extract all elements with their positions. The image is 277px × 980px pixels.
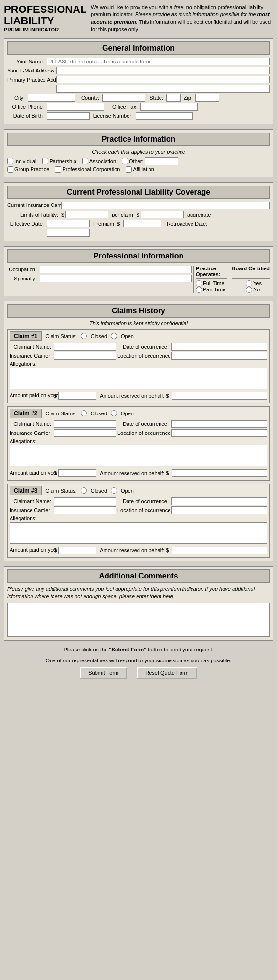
comments-textarea[interactable] [7, 603, 270, 637]
claim2-open-radio[interactable] [111, 410, 117, 416]
claim2-location-input[interactable] [171, 429, 267, 437]
claim1-date-input[interactable] [171, 343, 267, 351]
claim3-location-label: Location of occurrence: [117, 507, 170, 513]
claim2-carrier-input[interactable] [54, 429, 116, 437]
address-input-2[interactable] [56, 85, 270, 93]
claim-1-header: Claim #1 Claim Status: Closed Open [10, 331, 267, 341]
occupation-input[interactable] [40, 266, 192, 273]
office-phone-input[interactable] [47, 103, 104, 111]
group-practice-checkbox[interactable] [7, 166, 13, 173]
effective-date-input[interactable] [47, 220, 90, 227]
office-fax-label: Office Fax: [106, 104, 139, 110]
state-input[interactable] [166, 94, 181, 102]
zip-input[interactable] [195, 94, 219, 102]
claim2-amounts-row: Amount paid on your behalf: $ Amount res… [10, 469, 267, 477]
other-checkbox[interactable] [122, 158, 128, 164]
limits-label: Limits of liability: [7, 212, 60, 217]
partnership-checkbox[interactable] [42, 158, 48, 164]
limits-aggregate-input[interactable] [141, 211, 184, 218]
claim1-carrier-input[interactable] [54, 352, 116, 360]
yes-radio[interactable] [246, 280, 252, 287]
claim2-amount-reserved-input[interactable] [172, 469, 267, 477]
claim1-carrier-label: Insurance Carrier: [10, 353, 53, 359]
claim3-amount-reserved-label: Amount reserved on behalf: $ [98, 547, 170, 553]
claim3-carrier-input[interactable] [54, 506, 116, 514]
practice-operates-label: Practice Operates: [196, 266, 227, 279]
claim3-open-radio[interactable] [111, 487, 117, 494]
part-time-radio[interactable] [196, 287, 202, 293]
claim1-amount-reserved-label: Amount reserved on behalf: $ [98, 393, 170, 399]
county-input[interactable] [102, 94, 145, 102]
professional-info-title: Professional Information [7, 249, 270, 263]
affiliation-checkbox[interactable] [126, 166, 132, 173]
claim3-location-input[interactable] [171, 506, 267, 514]
claim2-date-input[interactable] [171, 420, 267, 428]
professional-left: Occupation: Specialty: [7, 266, 192, 293]
office-fax-input[interactable] [140, 103, 198, 111]
claim2-allegations-textarea[interactable] [10, 445, 267, 466]
claim2-amount-paid-input[interactable] [58, 469, 96, 477]
claim3-allegations-textarea[interactable] [10, 522, 267, 544]
main-title-line2: LIABILITY [4, 15, 85, 27]
claim2-claimant-input[interactable] [54, 420, 116, 428]
carrier-input[interactable] [61, 202, 270, 209]
other-text-input[interactable] [145, 157, 178, 165]
claim1-amount-reserved-input[interactable] [172, 392, 267, 400]
checkbox-other: Other: [122, 157, 178, 165]
claim3-amounts-row: Amount paid on your behalf: $ Amount res… [10, 547, 267, 554]
claim1-amount-paid-input[interactable] [58, 392, 96, 400]
individual-checkbox[interactable] [7, 158, 13, 164]
city-input[interactable] [28, 94, 75, 102]
retroactive-input[interactable] [47, 229, 90, 237]
claim1-carrier-row: Insurance Carrier: Location of occurrenc… [10, 352, 267, 360]
main-subtitle: PREMIUM INDICATOR [4, 27, 85, 32]
comments-description: Please give any additional comments you … [7, 586, 270, 600]
professional-corp-checkbox[interactable] [55, 166, 61, 173]
claims-history-section: Claims History This information is kept … [4, 301, 273, 561]
claim3-closed-radio[interactable] [81, 487, 87, 494]
specialty-input[interactable] [40, 275, 192, 282]
address-input-1[interactable] [56, 76, 270, 83]
no-radio[interactable] [246, 287, 252, 293]
claim1-location-input[interactable] [171, 352, 267, 360]
premium-input[interactable] [123, 220, 161, 227]
association-checkbox[interactable] [82, 158, 88, 164]
address-row2 [7, 85, 270, 93]
license-input[interactable] [136, 112, 193, 120]
specialty-row: Specialty: [7, 275, 192, 282]
comments-title: Additional Comments [7, 569, 270, 583]
full-time-radio[interactable] [196, 280, 202, 287]
claim3-carrier-row: Insurance Carrier: Location of occurrenc… [10, 506, 267, 514]
claim3-date-input[interactable] [171, 497, 267, 505]
main-title-line1: PROFESSIONAL [4, 4, 85, 15]
limits-per-claim-input[interactable] [65, 211, 108, 218]
aggregate-label: aggregate [185, 212, 213, 217]
claim2-closed-radio[interactable] [81, 410, 87, 416]
per-claim-label: per claim [110, 212, 135, 217]
claim2-amount-paid-label: Amount paid on your behalf: [10, 469, 53, 476]
reset-button[interactable]: Reset Quote Form [137, 667, 197, 679]
claim3-claimant-input[interactable] [54, 497, 116, 505]
office-phone-label: Office Phone: [7, 104, 45, 110]
claim2-allegations-label: Allegations: [10, 438, 267, 444]
claim2-claimant-row: Claimant Name: Date of occurrence: [10, 420, 267, 428]
part-time-option: Part Time [196, 287, 241, 293]
title-block: PROFESSIONAL LIABILITY PREMIUM INDICATOR [4, 4, 85, 32]
checkbox-professional-corp: Professional Corporation [55, 166, 120, 173]
your-name-input[interactable] [47, 58, 270, 65]
email-input[interactable] [56, 67, 270, 74]
claim1-claimant-input[interactable] [54, 343, 116, 351]
claim3-amount-reserved-input[interactable] [172, 547, 267, 554]
submit-buttons-container: Submit Form Reset Quote Form [4, 667, 273, 679]
submit-button[interactable]: Submit Form [80, 667, 127, 679]
claim1-allegations-textarea[interactable] [10, 368, 267, 389]
zip-label: Zip: [182, 95, 194, 101]
claim3-amount-paid-input[interactable] [58, 547, 96, 554]
claim1-closed-radio[interactable] [81, 333, 87, 339]
claim3-carrier-label: Insurance Carrier: [10, 507, 53, 513]
address-row: Primary Practice Address: [7, 76, 270, 83]
claim1-open-radio[interactable] [111, 333, 117, 339]
effective-label: Effective Date: [7, 221, 45, 227]
practice-info-title: Practice Information [7, 133, 270, 146]
dob-input[interactable] [47, 112, 90, 120]
